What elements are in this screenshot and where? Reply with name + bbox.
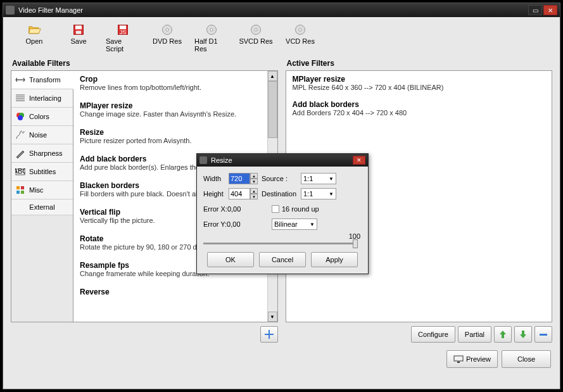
svcd-res-button[interactable]: SVCD Res	[237, 22, 274, 54]
width-spinner[interactable]: ▲▼	[229, 173, 258, 184]
svg-rect-19	[16, 186, 20, 189]
ok-button[interactable]: OK	[207, 252, 254, 267]
width-input[interactable]	[229, 173, 250, 184]
half-d1-res-label: Half D1 Res	[194, 37, 229, 53]
svg-rect-21	[16, 191, 20, 194]
vcd-res-button[interactable]: VCD Res	[282, 22, 319, 54]
open-label: Open	[26, 37, 43, 45]
toolbar: Open Save JS Save Script DVD Res Half D1…	[3, 17, 560, 59]
svg-point-13	[299, 28, 301, 31]
height-spinner[interactable]: ▲▼	[229, 188, 258, 199]
active-header: Active Filters	[286, 59, 553, 68]
app-icon	[6, 6, 15, 15]
dialog-app-icon	[199, 156, 207, 164]
filter-crop[interactable]: CropRemove lines from top/bottom/left/ri…	[80, 75, 261, 91]
remove-filter-button[interactable]	[535, 326, 552, 343]
disc-icon	[249, 23, 263, 36]
filter-reverse[interactable]: Reverse	[80, 288, 261, 296]
svcd-res-label: SVCD Res	[239, 37, 272, 45]
spin-up-icon[interactable]: ▲	[250, 173, 258, 179]
tab-label: Misc	[29, 186, 44, 194]
svg-rect-2	[76, 31, 81, 34]
svg-rect-23	[540, 334, 547, 336]
disc-icon	[160, 23, 174, 36]
move-down-button[interactable]	[514, 326, 532, 343]
misc-icon	[15, 185, 25, 195]
apply-button[interactable]: Apply	[311, 252, 358, 267]
save-script-icon: JS	[116, 23, 130, 36]
error-x-label: Error X:0,00	[203, 205, 260, 213]
tab-label: External	[29, 203, 54, 211]
algorithm-combo[interactable]: Bilinear▼	[272, 218, 317, 230]
open-button[interactable]: Open	[16, 22, 53, 54]
svg-rect-24	[454, 356, 463, 361]
configure-button[interactable]: Configure	[411, 326, 455, 343]
tab-interlacing[interactable]: Interlacing	[11, 89, 73, 108]
slider-value: 100	[203, 232, 362, 240]
tab-label: Subtitles	[29, 168, 56, 175]
tab-misc[interactable]: Misc	[11, 181, 73, 199]
save-label: Save	[70, 37, 86, 45]
dialog-close-button[interactable]: ✕	[353, 156, 365, 165]
chevron-down-icon: ▼	[329, 176, 334, 182]
svg-rect-22	[21, 191, 24, 194]
active-buttons-row: Configure Partial	[286, 326, 553, 343]
svg-point-9	[210, 28, 213, 31]
active-filter-add-black-borders[interactable]: Add black bordersAdd Borders 720 x 404 -…	[293, 100, 546, 117]
category-tabs: Transform Interlacing Colors Noise	[11, 71, 73, 322]
scroll-down-icon[interactable]: ▼	[268, 312, 277, 322]
scroll-up-icon[interactable]: ▲	[268, 71, 277, 81]
save-script-label: Save Script	[106, 37, 140, 53]
preview-button[interactable]: Preview	[446, 350, 498, 368]
window-close-button[interactable]: ✕	[543, 5, 557, 15]
tab-transform[interactable]: Transform	[11, 71, 73, 89]
tab-noise[interactable]: Noise	[11, 126, 73, 144]
source-label: Source :	[262, 175, 301, 182]
svg-point-16	[18, 115, 23, 120]
dvd-res-button[interactable]: DVD Res	[149, 22, 186, 54]
open-folder-icon	[27, 23, 41, 36]
svg-text:JS: JS	[120, 29, 127, 35]
svg-rect-25	[457, 362, 460, 363]
dialog-buttons: OK Cancel Apply	[203, 250, 362, 269]
spin-up-icon[interactable]: ▲	[250, 188, 258, 194]
maximize-button[interactable]: ▭	[528, 5, 542, 15]
close-button[interactable]: Close	[502, 350, 551, 368]
partial-button[interactable]: Partial	[458, 326, 491, 343]
tab-subtitles[interactable]: ABC Subtitles	[11, 163, 73, 181]
width-label: Width	[203, 175, 229, 182]
slider[interactable]	[203, 243, 358, 244]
spin-down-icon[interactable]: ▼	[250, 179, 258, 184]
slider-thumb[interactable]	[353, 239, 358, 248]
filter-resize[interactable]: ResizePicture resizer ported from Avisyn…	[80, 128, 261, 144]
dialog-title: Resize	[211, 156, 353, 164]
source-combo[interactable]: 1:1▼	[301, 173, 336, 184]
filter-mplayer-resize[interactable]: MPlayer resizeChange image size. Faster …	[80, 101, 261, 118]
save-script-button[interactable]: JS Save Script	[104, 22, 141, 54]
tab-sharpness[interactable]: Sharpness	[11, 144, 73, 163]
scroll-thumb[interactable]	[268, 81, 277, 138]
footer: Preview Close	[3, 346, 560, 374]
save-disk-icon	[72, 23, 85, 36]
interlacing-icon	[15, 93, 25, 103]
move-up-button[interactable]	[494, 326, 512, 343]
dialog-body: Width ▲▼ Source : 1:1▼ Height ▲▼ Destina…	[197, 167, 368, 274]
spin-down-icon[interactable]: ▼	[250, 194, 258, 199]
sharpness-icon	[15, 148, 25, 158]
add-filter-button[interactable]	[260, 326, 278, 343]
tab-external[interactable]: External	[11, 199, 73, 215]
half-d1-res-button[interactable]: Half D1 Res	[193, 22, 230, 54]
destination-combo[interactable]: 1:1▼	[301, 188, 336, 199]
tab-label: Interlacing	[29, 94, 61, 102]
titlebar[interactable]: Video Filter Manager ▭ ✕	[3, 3, 560, 17]
roundup-checkbox[interactable]	[272, 205, 279, 213]
active-filter-mplayer-resize[interactable]: MPlayer resizeMPL Resize 640 x 360 --> 7…	[293, 75, 546, 91]
cancel-button[interactable]: Cancel	[259, 252, 306, 267]
dialog-titlebar[interactable]: Resize ✕	[197, 154, 368, 167]
height-input[interactable]	[229, 188, 250, 199]
dvd-res-label: DVD Res	[153, 37, 182, 45]
vcd-res-label: VCD Res	[286, 37, 315, 45]
tab-label: Noise	[29, 131, 47, 139]
tab-colors[interactable]: Colors	[11, 108, 73, 126]
save-button[interactable]: Save	[60, 22, 97, 54]
